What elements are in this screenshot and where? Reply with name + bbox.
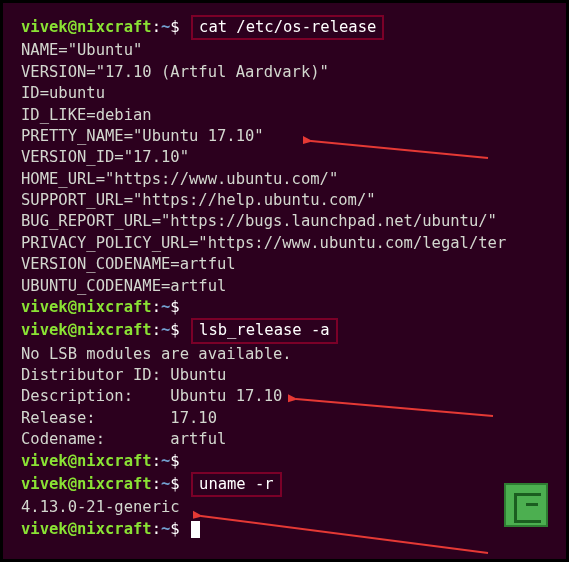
output-line: Distributor ID: Ubuntu	[21, 365, 558, 386]
command-box-3: uname -r	[191, 472, 282, 497]
prompt-line-3: vivek@nixcraft:~$ lsb_release -a	[21, 318, 558, 343]
prompt-line-6[interactable]: vivek@nixcraft:~$	[21, 519, 558, 540]
command-2: lsb_release -a	[199, 321, 330, 339]
output-line: Description: Ubuntu 17.10	[21, 386, 558, 407]
prompt-host: nixcraft	[77, 18, 152, 36]
output-line: PRETTY_NAME="Ubuntu 17.10"	[21, 126, 558, 147]
command-box-2: lsb_release -a	[191, 318, 338, 343]
output-line: Release: 17.10	[21, 408, 558, 429]
output-line: PRIVACY_POLICY_URL="https://www.ubuntu.c…	[21, 233, 558, 254]
logo-glyph-icon	[514, 493, 538, 517]
prompt-path: ~	[161, 18, 170, 36]
prompt-colon: :	[152, 18, 161, 36]
prompt-user: vivek	[21, 18, 68, 36]
prompt-dollar: $	[170, 18, 179, 36]
output-line: No LSB modules are available.	[21, 344, 558, 365]
output-line: VERSION_CODENAME=artful	[21, 254, 558, 275]
output-line: Codename: artful	[21, 429, 558, 450]
prompt-line-4: vivek@nixcraft:~$	[21, 451, 558, 472]
terminal-window[interactable]: vivek@nixcraft:~$ cat /etc/os-release NA…	[3, 3, 566, 559]
output-line: VERSION="17.10 (Artful Aardvark)"	[21, 62, 558, 83]
output-line: ID=ubuntu	[21, 83, 558, 104]
command-box-1: cat /etc/os-release	[191, 15, 384, 40]
prompt-line-1: vivek@nixcraft:~$ cat /etc/os-release	[21, 15, 558, 40]
cursor	[191, 521, 200, 538]
prompt-line-5: vivek@nixcraft:~$ uname -r	[21, 472, 558, 497]
output-line: BUG_REPORT_URL="https://bugs.launchpad.n…	[21, 211, 558, 232]
watermark-logo	[504, 483, 548, 527]
prompt-line-2: vivek@nixcraft:~$	[21, 297, 558, 318]
output-line: ID_LIKE=debian	[21, 105, 558, 126]
output-line: NAME="Ubuntu"	[21, 40, 558, 61]
prompt-at: @	[68, 18, 77, 36]
output-line: SUPPORT_URL="https://help.ubuntu.com/"	[21, 190, 558, 211]
command-1: cat /etc/os-release	[199, 18, 376, 36]
output-line: 4.13.0-21-generic	[21, 497, 558, 518]
output-line: HOME_URL="https://www.ubuntu.com/"	[21, 169, 558, 190]
command-3: uname -r	[199, 475, 274, 493]
output-line: VERSION_ID="17.10"	[21, 147, 558, 168]
output-line: UBUNTU_CODENAME=artful	[21, 276, 558, 297]
